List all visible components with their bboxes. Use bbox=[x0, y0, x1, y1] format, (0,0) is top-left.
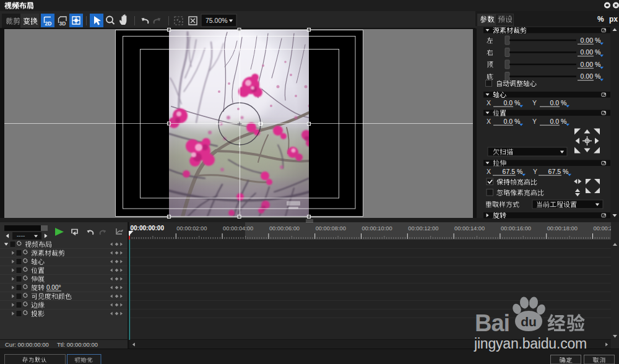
svg-text:X: X bbox=[487, 118, 491, 125]
svg-text:Ttl: 00:00:00:00: Ttl: 00:00:00:00 bbox=[57, 341, 98, 348]
svg-text:----: ---- bbox=[17, 232, 25, 239]
svg-text:%: % bbox=[514, 118, 520, 125]
svg-text:00:00:18:00: 00:00:18:00 bbox=[547, 225, 578, 232]
svg-text:%: % bbox=[595, 61, 600, 68]
svg-text:2D: 2D bbox=[45, 20, 52, 27]
svg-text:75.00%: 75.00% bbox=[206, 17, 228, 24]
svg-text:00:00:00:00: 00:00:00:00 bbox=[131, 225, 165, 232]
svg-text:%: % bbox=[561, 118, 566, 125]
svg-text:du: du bbox=[521, 314, 537, 329]
svg-text:jingyan.baidu.com: jingyan.baidu.com bbox=[474, 336, 587, 352]
svg-text:00:00:02:00: 00:00:02:00 bbox=[176, 225, 207, 232]
svg-text:00:00:08:00: 00:00:08:00 bbox=[316, 225, 346, 232]
svg-text:00:00:16:00: 00:00:16:00 bbox=[501, 225, 531, 232]
svg-text:Bai: Bai bbox=[475, 310, 509, 336]
svg-text:Y: Y bbox=[532, 118, 537, 125]
svg-text:%: % bbox=[561, 99, 566, 106]
svg-text:0.0: 0.0 bbox=[550, 118, 559, 125]
svg-text:Y: Y bbox=[533, 168, 537, 175]
svg-text:67.5: 67.5 bbox=[548, 168, 561, 175]
svg-text:%: % bbox=[595, 37, 600, 44]
svg-text:%: % bbox=[595, 48, 600, 56]
svg-text:3D: 3D bbox=[59, 20, 66, 27]
svg-text:0.0: 0.0 bbox=[503, 99, 513, 106]
svg-text:%: % bbox=[563, 168, 568, 175]
svg-text:0.00: 0.00 bbox=[581, 61, 594, 68]
svg-text:0.00: 0.00 bbox=[581, 48, 594, 56]
svg-text:Cur: 00:00:00:00: Cur: 00:00:00:00 bbox=[5, 341, 49, 348]
svg-text:px: px bbox=[609, 15, 618, 24]
svg-text:X: X bbox=[487, 168, 491, 175]
svg-text:67.5: 67.5 bbox=[503, 168, 516, 175]
svg-text:0.00: 0.00 bbox=[581, 37, 594, 44]
svg-text:00:00:04:00: 00:00:04:00 bbox=[223, 225, 253, 232]
svg-text:%: % bbox=[514, 99, 520, 106]
svg-text:00:00:14:00: 00:00:14:00 bbox=[454, 225, 485, 232]
svg-text:Y: Y bbox=[532, 99, 537, 106]
svg-text:0.00: 0.00 bbox=[581, 72, 594, 80]
svg-text:%: % bbox=[517, 168, 522, 175]
svg-text:0.0: 0.0 bbox=[550, 99, 559, 106]
svg-text:00:00:10:00: 00:00:10:00 bbox=[362, 225, 392, 232]
svg-text:%: % bbox=[595, 72, 600, 80]
svg-text:00:00:06:00: 00:00:06:00 bbox=[269, 225, 300, 232]
svg-text:0.00°: 0.00° bbox=[46, 284, 61, 291]
svg-text:0.0: 0.0 bbox=[503, 118, 513, 125]
svg-text:X: X bbox=[487, 99, 491, 106]
svg-text:00:00:12:00: 00:00:12:00 bbox=[408, 225, 438, 232]
svg-text:%: % bbox=[597, 15, 604, 24]
